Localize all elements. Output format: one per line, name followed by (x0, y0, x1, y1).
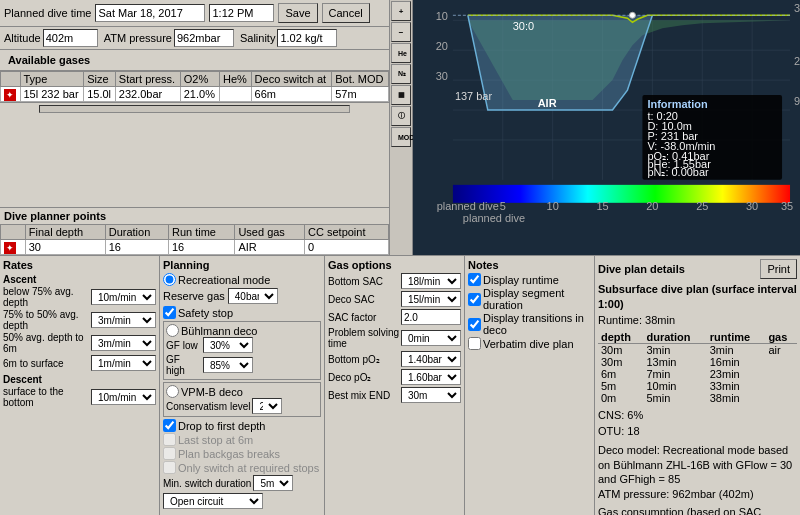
runtime-label: Runtime: 38min (598, 314, 675, 326)
left-panel: Planned dive time Save Cancel Altitude A… (0, 0, 390, 255)
sidebar-btn-1[interactable]: + (391, 1, 411, 21)
drop-to-first-checkbox[interactable] (163, 419, 176, 432)
plan-backgas-row: Plan backgas breaks (163, 447, 321, 460)
planner-duration: 16 (105, 240, 168, 255)
right-panel-inner: + − He N₂ ▦ ⓘ MOD (390, 0, 800, 255)
conservatism-row: Conservatism level 2 (166, 398, 318, 414)
planner-row-1: ✦ 30 16 16 AIR 0 (1, 240, 389, 255)
planner-icon: ✦ (1, 240, 26, 255)
plan-backgas-checkbox[interactable] (163, 447, 176, 460)
buhlmann-radio[interactable] (166, 324, 179, 337)
print-button[interactable]: Print (760, 259, 797, 279)
rate-select-4[interactable]: 1m/min (91, 355, 156, 371)
bottom-po2-label: Bottom pO₂ (328, 354, 401, 365)
cancel-button[interactable]: Cancel (322, 3, 370, 23)
rate-label-4: 6m to surface (3, 358, 91, 369)
salinity-group: Salinity (240, 29, 337, 47)
time-input[interactable] (209, 4, 274, 22)
rate-select-1[interactable]: 10m/min (91, 289, 156, 305)
bottom-po2-select[interactable]: 1.40bar (401, 351, 461, 367)
best-mix-end-row: Best mix END 30m (328, 387, 461, 403)
rate-select-2[interactable]: 3m/min (91, 312, 156, 328)
verbatim-checkbox[interactable] (468, 337, 481, 350)
plan-runtime-2: 16min (707, 356, 766, 368)
gases-scrollbar[interactable] (0, 102, 389, 114)
salinity-label: Salinity (240, 32, 275, 44)
sidebar-btn-he[interactable]: He (391, 43, 411, 63)
sidebar-btn-n2[interactable]: N₂ (391, 64, 411, 84)
circuit-select[interactable]: Open circuit (163, 493, 263, 509)
col-gas: gas (765, 331, 797, 344)
descent-title: Descent (3, 374, 156, 385)
bottom-sac-select[interactable]: 18l/min (401, 273, 461, 289)
planner-col-runtime: Run time (168, 225, 234, 240)
gf-high-select[interactable]: 85% (203, 357, 253, 373)
recreational-mode-label: Recreational mode (178, 274, 270, 286)
rate-label-3: 50% avg. depth to 6m (3, 332, 91, 354)
deco-po2-select[interactable]: 1.60bar (401, 369, 461, 385)
plan-details-header: Dive plan details Print (598, 259, 797, 279)
plan-duration-1: 3min (643, 344, 706, 357)
gas-consumption-text: Gas consumption (based on SAC 18l/50l/mi… (598, 505, 797, 515)
options-group: Drop to first depth Last stop at 6m Plan… (163, 419, 321, 509)
display-segment-checkbox[interactable] (468, 293, 481, 306)
scrollbar-thumb[interactable] (39, 105, 350, 113)
planner-row-icon[interactable]: ✦ (4, 242, 16, 254)
recreational-mode-row: Recreational mode (163, 273, 321, 286)
display-runtime-label: Display runtime (483, 274, 559, 286)
display-runtime-row: Display runtime (468, 273, 591, 286)
buhlmann-header: Bühlmann deco (166, 324, 318, 337)
sac-factor-input[interactable] (401, 309, 461, 325)
svg-text:10: 10 (436, 10, 448, 22)
svg-text:Information: Information (647, 98, 708, 110)
planner-table: Final depth Duration Run time Used gas C… (0, 224, 389, 255)
gas-consumption: Gas consumption (based on SAC 18l/50l/mi… (598, 506, 761, 515)
save-button[interactable]: Save (278, 3, 317, 23)
plan-depth-4: 5m (598, 380, 643, 392)
only-switch-checkbox[interactable] (163, 461, 176, 474)
reserve-gas-select[interactable]: 40bar (228, 288, 278, 304)
display-runtime-checkbox[interactable] (468, 273, 481, 286)
plan-details-title: Dive plan details (598, 263, 685, 275)
subsurface-title: Subsurface dive plan (surface interval 1… (598, 283, 797, 310)
gas-o2: 21.0% (180, 87, 219, 102)
gas-row-1: ✦ 15l 232 bar 15.0l 232.0bar 21.0% 66m 5… (1, 87, 389, 102)
gf-low-select[interactable]: 30% (203, 337, 253, 353)
problem-solving-select[interactable]: 0min (401, 330, 461, 346)
best-mix-end-select[interactable]: 30m (401, 387, 461, 403)
conservatism-select[interactable]: 2 (252, 398, 282, 414)
recreational-mode-radio[interactable] (163, 273, 176, 286)
display-transitions-checkbox[interactable] (468, 318, 481, 331)
svg-text:99 bar: 99 bar (794, 95, 800, 107)
last-stop-checkbox[interactable] (163, 433, 176, 446)
min-switch-select[interactable]: 5min (253, 475, 293, 491)
salinity-input[interactable] (277, 29, 337, 47)
altitude-input[interactable] (43, 29, 98, 47)
sidebar-btn-mod[interactable]: MOD (391, 127, 411, 147)
plan-row-1: 30m 3min 3min air (598, 344, 797, 357)
gf-low-row: GF low 30% (166, 337, 318, 353)
vpm-label: VPM-B deco (181, 386, 243, 398)
safety-stop-checkbox[interactable] (163, 306, 176, 319)
gas-icon[interactable]: ✦ (4, 89, 16, 101)
rate-row-4: 6m to surface 1m/min (3, 355, 156, 371)
sidebar-btn-info[interactable]: ⓘ (391, 106, 411, 126)
atm-pressure-input[interactable] (174, 29, 234, 47)
col-type-label: Type (20, 72, 84, 87)
profile-area: 10 20 30 30/95 20m 99 bar planned dive 5… (413, 0, 800, 255)
sidebar-btn-graph[interactable]: ▦ (391, 85, 411, 105)
rate-select-5[interactable]: 10m/min (91, 389, 156, 405)
deco-po2-label: Deco pO₂ (328, 372, 401, 383)
plan-runtime-1: 3min (707, 344, 766, 357)
right-panel: + − He N₂ ▦ ⓘ MOD (390, 0, 800, 255)
svg-text:pN₂: 0.00bar: pN₂: 0.00bar (647, 166, 709, 178)
date-input[interactable] (95, 4, 205, 22)
vpm-radio[interactable] (166, 385, 179, 398)
notes-title: Notes (468, 259, 591, 271)
deco-sac-select[interactable]: 15l/min (401, 291, 461, 307)
rate-select-3[interactable]: 3m/min (91, 335, 156, 351)
profile-svg: 10 20 30 30/95 20m 99 bar planned dive 5… (413, 0, 800, 255)
sidebar-btn-2[interactable]: − (391, 22, 411, 42)
svg-text:20: 20 (436, 40, 448, 52)
vpm-group: VPM-B deco Conservatism level 2 (163, 382, 321, 417)
